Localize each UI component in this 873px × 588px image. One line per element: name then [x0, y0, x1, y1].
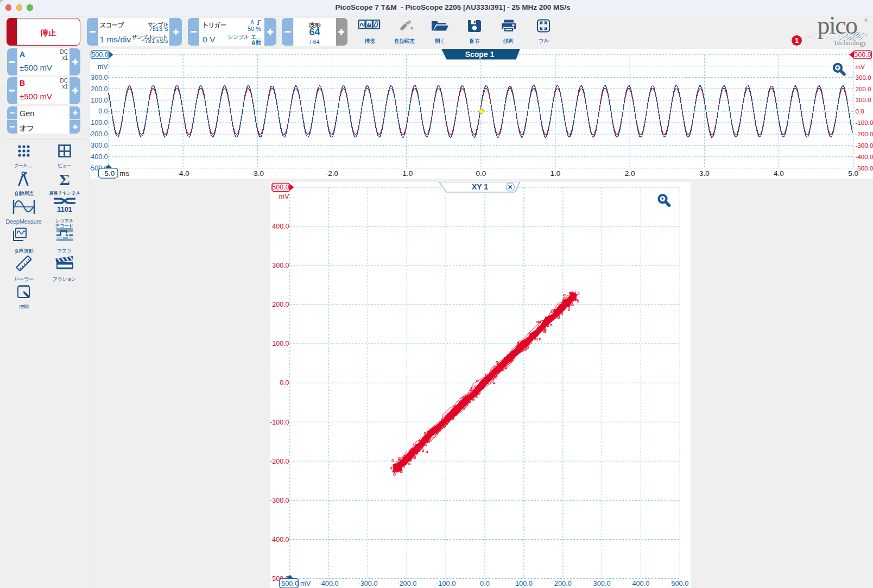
svg-text:-1.0: -1.0: [400, 169, 413, 178]
svg-text:Σ: Σ: [59, 170, 70, 187]
svg-text:0.0: 0.0: [98, 108, 107, 115]
svg-text:5.0: 5.0: [848, 169, 858, 178]
svg-text:0.0: 0.0: [855, 108, 864, 115]
svg-text:mV: mV: [279, 193, 289, 200]
svg-text:100.0: 100.0: [515, 579, 533, 587]
svg-text:-400.0: -400.0: [90, 153, 108, 161]
svg-text:300.0: 300.0: [272, 262, 289, 270]
svg-text:-400.0: -400.0: [270, 536, 289, 543]
svg-text:2.0: 2.0: [625, 169, 635, 178]
svg-text:0.0: 0.0: [480, 579, 490, 587]
svg-text:-300.0: -300.0: [358, 579, 377, 587]
svg-text:400.0: 400.0: [272, 223, 289, 231]
svg-text:-200.0: -200.0: [270, 458, 289, 465]
svg-text:300.0: 300.0: [593, 579, 611, 587]
svg-text:mV: mV: [300, 579, 311, 587]
svg-text:Technology: Technology: [833, 39, 867, 47]
svg-text:mV: mV: [98, 63, 108, 71]
svg-text:mV: mV: [855, 63, 865, 70]
svg-text:-100.0: -100.0: [436, 579, 456, 587]
svg-text:-100.0: -100.0: [855, 119, 873, 126]
svg-text:200.0: 200.0: [272, 301, 289, 309]
svg-text:100.0: 100.0: [855, 96, 871, 103]
svg-text:®: ®: [864, 18, 868, 23]
svg-text:-200.0: -200.0: [90, 130, 108, 138]
svg-text:-100.0: -100.0: [270, 419, 289, 426]
svg-text:500.0: 500.0: [671, 579, 688, 587]
svg-text:1101: 1101: [56, 205, 72, 212]
svg-text:4.0: 4.0: [774, 169, 784, 178]
svg-text:300.0: 300.0: [855, 73, 871, 80]
svg-text:400.0: 400.0: [632, 579, 649, 587]
svg-text:-200.0: -200.0: [855, 130, 873, 137]
svg-text:-4.0: -4.0: [177, 169, 189, 178]
svg-text:-100.0: -100.0: [90, 119, 108, 127]
svg-text:Scope 1: Scope 1: [465, 50, 495, 59]
svg-text:100.0: 100.0: [272, 340, 289, 348]
svg-text:ms: ms: [119, 169, 129, 178]
svg-text:-400.0: -400.0: [855, 153, 873, 160]
svg-text:-300.0: -300.0: [270, 497, 289, 504]
svg-text:XY 1: XY 1: [472, 182, 488, 191]
svg-text:-400.0: -400.0: [319, 579, 338, 587]
svg-text:-300.0: -300.0: [90, 142, 108, 149]
svg-text:3.0: 3.0: [699, 169, 710, 178]
svg-text:200.0: 200.0: [554, 579, 572, 587]
svg-text:-5.0: -5.0: [102, 169, 115, 178]
svg-text:1.0: 1.0: [551, 169, 561, 178]
svg-text:-500.0: -500.0: [279, 579, 299, 587]
svg-text:-200.0: -200.0: [397, 579, 416, 587]
svg-text:300.0: 300.0: [91, 74, 107, 81]
svg-text:-300.0: -300.0: [855, 142, 873, 149]
svg-text:pico: pico: [817, 15, 857, 39]
svg-text:200.0: 200.0: [91, 85, 107, 92]
svg-text:-3.0: -3.0: [251, 169, 264, 178]
svg-text:0.0: 0.0: [280, 380, 289, 387]
svg-text:500.0: 500.0: [91, 51, 108, 59]
svg-text:500.0: 500.0: [854, 51, 871, 59]
svg-text:0.0: 0.0: [476, 169, 486, 178]
svg-text:500.0: 500.0: [272, 184, 289, 192]
svg-text:200.0: 200.0: [855, 85, 871, 92]
svg-text:-2.0: -2.0: [326, 169, 338, 178]
svg-text:100.0: 100.0: [91, 96, 107, 104]
